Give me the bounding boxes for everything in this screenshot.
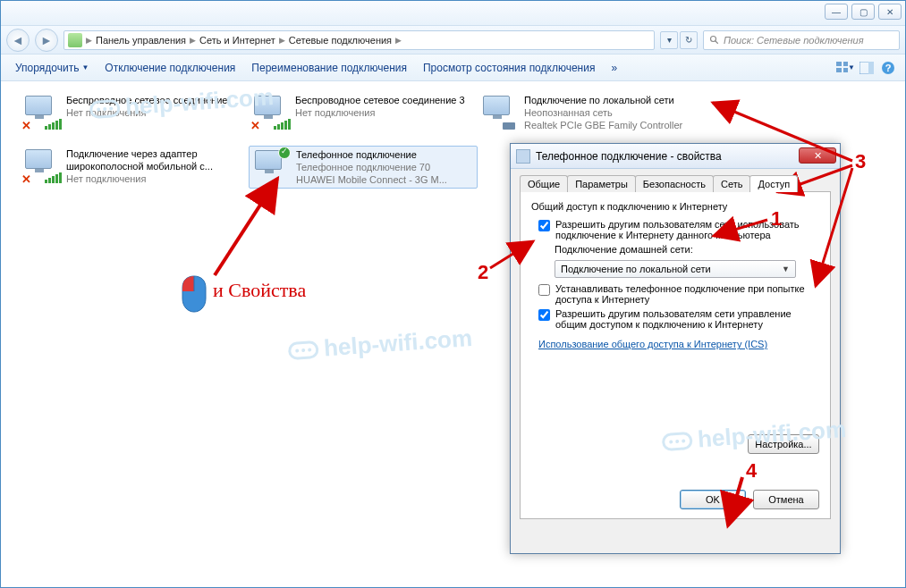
search-input[interactable]: Поиск: Сетевые подключения: [703, 30, 900, 50]
crumb-control-panel[interactable]: Панель управления: [96, 35, 186, 46]
close-button[interactable]: ✕: [878, 4, 902, 20]
conn-title: Беспроводное сетевое соединение: [66, 94, 227, 106]
tab-security[interactable]: Безопасность: [635, 175, 714, 192]
tab-access[interactable]: Доступ: [749, 175, 798, 192]
dialog-title: Телефонное подключение - свойства: [536, 150, 722, 163]
connection-wireless-3[interactable]: ✕ Беспроводное сетевое соединение 3 Нет …: [250, 94, 474, 131]
tab-params[interactable]: Параметры: [567, 175, 636, 192]
allow-sharing-checkbox[interactable]: [538, 220, 550, 231]
conn-device: HUAWEI Mobile Connect - 3G M...: [296, 173, 447, 186]
organize-menu[interactable]: Упорядочить ▼: [8, 59, 96, 77]
dialog-tabs: Общие Параметры Безопасность Сеть Доступ: [520, 174, 831, 192]
disable-connection-button[interactable]: Отключение подключения: [97, 59, 242, 77]
svg-line-1: [715, 40, 718, 43]
ok-button[interactable]: OK: [680, 490, 746, 509]
chevron-down-icon: ▼: [782, 265, 790, 273]
rename-connection-button[interactable]: Переименование подключения: [244, 59, 414, 77]
ics-section-title: Общий доступ к подключению к Интернету: [531, 201, 819, 212]
network-icon: [479, 94, 517, 131]
conn-status: Нет подключения: [66, 106, 227, 119]
allow-control-checkbox[interactable]: [538, 309, 550, 321]
connection-dialup-selected[interactable]: Телефонное подключение Телефонное подклю…: [249, 146, 478, 189]
svg-point-0: [711, 36, 716, 41]
establish-dial-checkbox[interactable]: [538, 284, 550, 296]
connected-badge-icon: [278, 147, 291, 159]
home-net-value: Подключение по локальной сети: [561, 264, 711, 274]
connection-wireless-1[interactable]: ✕ Беспроводное сетевое соединение Нет по…: [21, 94, 245, 131]
view-options-button[interactable]: ▼: [835, 58, 855, 78]
allow-sharing-label: Разрешить другим пользователям сети испо…: [555, 219, 819, 240]
minimize-button[interactable]: —: [825, 4, 848, 20]
conn-title: Подключение через адаптер широкополосной…: [66, 147, 245, 172]
crumb-network-connections[interactable]: Сетевые подключения: [289, 35, 392, 46]
conn-title: Подключение по локальной сети: [524, 94, 682, 106]
command-toolbar: Упорядочить ▼ Отключение подключения Пер…: [1, 55, 905, 81]
conn-status: Неопознанная сеть: [524, 106, 682, 119]
conn-status: Нет подключения: [66, 172, 245, 185]
ics-help-link[interactable]: Использование общего доступа к Интернету…: [538, 339, 767, 349]
establish-dial-label: Устанавливать телефонное подключение при…: [555, 283, 819, 305]
maximize-button[interactable]: ▢: [851, 4, 875, 20]
network-icon: ✕: [250, 94, 288, 131]
forward-button[interactable]: ►: [35, 29, 58, 52]
conn-title: Беспроводное сетевое соединение 3: [295, 94, 465, 106]
help-button[interactable]: ?: [878, 58, 898, 78]
network-icon: ✕: [21, 94, 59, 131]
access-panel: Общий доступ к подключению к Интернету Р…: [520, 192, 831, 519]
refresh-button[interactable]: ↻: [680, 31, 698, 49]
dialog-titlebar[interactable]: Телефонное подключение - свойства ✕: [511, 144, 840, 169]
dialog-close-button[interactable]: ✕: [799, 147, 836, 164]
cancel-button[interactable]: Отмена: [753, 490, 819, 509]
mouse-icon: [181, 275, 207, 313]
crumb-network-internet[interactable]: Сеть и Интернет: [199, 35, 275, 46]
search-icon: [709, 35, 720, 46]
search-placeholder: Поиск: Сетевые подключения: [724, 35, 864, 46]
breadcrumb-bar[interactable]: ▶ Панель управления ▶ Сеть и Интернет ▶ …: [64, 30, 655, 50]
network-icon: [251, 148, 289, 186]
connection-lan[interactable]: Подключение по локальной сети Неопознанн…: [479, 94, 703, 131]
back-button[interactable]: ◄: [6, 29, 30, 52]
conn-device: Realtek PCIe GBE Family Controller: [524, 119, 682, 131]
allow-control-label: Разрешить другим пользователям сети упра…: [555, 308, 819, 330]
network-icon: ✕: [21, 147, 59, 185]
conn-status: Телефонное подключение 70: [296, 161, 447, 173]
address-row: ◄ ► ▶ Панель управления ▶ Сеть и Интерне…: [1, 26, 905, 55]
history-dropdown-button[interactable]: ▾: [660, 31, 678, 49]
tab-general[interactable]: Общие: [520, 175, 568, 192]
properties-dialog[interactable]: Телефонное подключение - свойства ✕ Общи…: [510, 143, 841, 554]
svg-rect-4: [836, 68, 842, 72]
svg-text:?: ?: [885, 63, 892, 73]
home-net-combo[interactable]: Подключение по локальной сети ▼: [555, 260, 796, 278]
connection-broadband-mobile[interactable]: ✕ Подключение через адаптер широкополосн…: [21, 147, 245, 185]
dialog-icon: [516, 149, 530, 164]
conn-status: Нет подключения: [295, 106, 465, 119]
overflow-button[interactable]: »: [604, 59, 624, 77]
conn-title: Телефонное подключение: [296, 148, 447, 161]
svg-rect-2: [836, 62, 842, 66]
tab-network[interactable]: Сеть: [713, 175, 750, 192]
view-status-button[interactable]: Просмотр состояния подключения: [416, 59, 602, 77]
svg-rect-7: [868, 62, 874, 74]
control-panel-icon: [68, 33, 82, 47]
preview-pane-button[interactable]: [857, 58, 876, 78]
titlebar[interactable]: — ▢ ✕: [1, 1, 905, 26]
home-net-label: Подключение домашней сети:: [555, 244, 819, 255]
settings-button[interactable]: Настройка...: [748, 434, 819, 454]
